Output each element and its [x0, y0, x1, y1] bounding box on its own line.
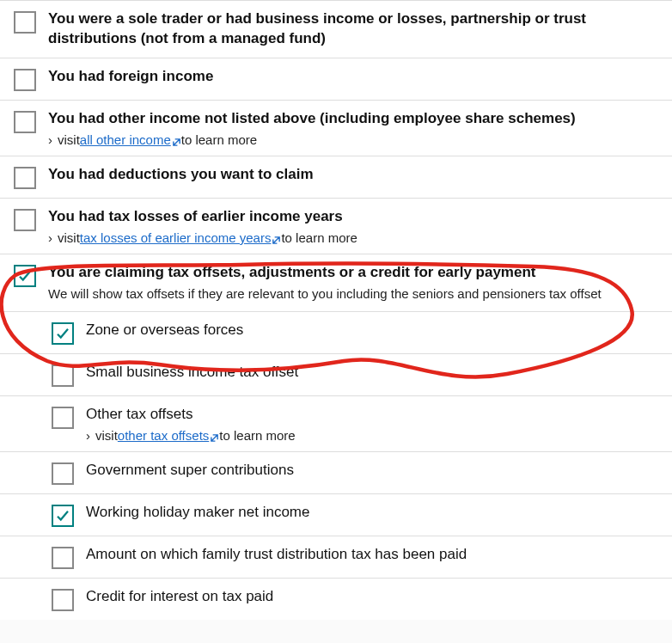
- row-content: Working holiday maker net income: [86, 503, 658, 523]
- row-content: You were a sole trader or had business i…: [48, 9, 658, 49]
- chevron-right-icon: ›: [48, 230, 52, 245]
- row-label: You are claiming tax offsets, adjustment…: [48, 263, 658, 283]
- visit-suffix: to learn more: [181, 132, 257, 147]
- visit-line: ›visit other tax offsets to learn more: [86, 428, 658, 443]
- row-label: You had other income not listed above (i…: [48, 109, 658, 129]
- checkbox-10[interactable]: [52, 505, 74, 527]
- row-label: Amount on which family trust distributio…: [86, 545, 658, 565]
- checklist-row: You had foreign income: [0, 58, 672, 100]
- external-link-icon: [210, 431, 219, 440]
- checkbox-4[interactable]: [14, 209, 36, 231]
- checkbox-8[interactable]: [52, 407, 74, 429]
- checklist-row: Government super contributions: [0, 451, 672, 493]
- row-label: You were a sole trader or had business i…: [48, 9, 658, 49]
- row-content: Credit for interest on tax paid: [86, 587, 658, 607]
- row-label: Other tax offsets: [86, 405, 658, 425]
- row-content: You had tax losses of earlier income yea…: [48, 207, 658, 245]
- checklist-container: You were a sole trader or had business i…: [0, 0, 672, 620]
- row-content: Zone or overseas forces: [86, 321, 658, 340]
- row-label: You had deductions you want to claim: [48, 165, 658, 185]
- external-link-icon: [272, 233, 281, 242]
- checklist-row: You were a sole trader or had business i…: [0, 0, 672, 58]
- checkmark-icon: [55, 326, 70, 341]
- visit-suffix: to learn more: [219, 428, 295, 443]
- external-link-icon: [172, 135, 181, 144]
- row-subtext: We will show tax offsets if they are rel…: [48, 285, 658, 303]
- visit-prefix: visit: [58, 132, 80, 147]
- checkmark-icon: [17, 268, 33, 284]
- checklist-row: Zone or overseas forces: [0, 311, 672, 353]
- visit-suffix: to learn more: [281, 230, 357, 245]
- row-content: Small business income tax offset: [86, 363, 658, 383]
- checklist-row: Small business income tax offset: [0, 353, 672, 395]
- row-label: Credit for interest on tax paid: [86, 587, 658, 607]
- checklist-row: You had tax losses of earlier income yea…: [0, 198, 672, 254]
- row-content: You had other income not listed above (i…: [48, 109, 658, 147]
- row-content: You had foreign income: [48, 67, 658, 87]
- checkbox-11[interactable]: [52, 547, 74, 569]
- visit-prefix: visit: [95, 428, 118, 443]
- row-label: You had tax losses of earlier income yea…: [48, 207, 658, 227]
- checklist-row: You had deductions you want to claim: [0, 156, 672, 198]
- chevron-right-icon: ›: [86, 428, 90, 443]
- row-label: Zone or overseas forces: [86, 321, 658, 340]
- checklist-row: Credit for interest on tax paid: [0, 578, 672, 620]
- checkbox-7[interactable]: [52, 364, 74, 387]
- chevron-right-icon: ›: [48, 132, 52, 147]
- checkbox-5[interactable]: [14, 265, 36, 287]
- checkbox-1[interactable]: [14, 69, 36, 91]
- checkbox-12[interactable]: [52, 589, 74, 611]
- visit-line: ›visit all other income to learn more: [48, 132, 658, 147]
- checklist-row: Amount on which family trust distributio…: [0, 536, 672, 578]
- visit-link[interactable]: other tax offsets: [118, 428, 209, 443]
- checklist-row: Working holiday maker net income: [0, 493, 672, 536]
- row-label: Small business income tax offset: [86, 363, 658, 383]
- visit-link[interactable]: tax losses of earlier income years: [80, 230, 272, 245]
- visit-line: ›visit tax losses of earlier income year…: [48, 230, 658, 245]
- row-content: Amount on which family trust distributio…: [86, 545, 658, 565]
- row-content: You had deductions you want to claim: [48, 165, 658, 185]
- checklist-row: You had other income not listed above (i…: [0, 100, 672, 156]
- checkbox-0[interactable]: [14, 11, 36, 34]
- visit-link[interactable]: all other income: [80, 132, 171, 147]
- row-label: You had foreign income: [48, 67, 658, 87]
- row-label: Working holiday maker net income: [86, 503, 658, 523]
- checkbox-6[interactable]: [52, 322, 74, 345]
- checkmark-icon: [55, 508, 70, 524]
- row-content: Government super contributions: [86, 461, 658, 481]
- checklist-row: You are claiming tax offsets, adjustment…: [0, 254, 672, 311]
- checkbox-3[interactable]: [14, 167, 36, 189]
- row-content: Other tax offsets›visit other tax offset…: [86, 405, 658, 443]
- checkbox-2[interactable]: [14, 111, 36, 133]
- row-content: You are claiming tax offsets, adjustment…: [48, 263, 658, 303]
- visit-prefix: visit: [58, 230, 80, 245]
- checklist-row: Other tax offsets›visit other tax offset…: [0, 395, 672, 451]
- row-label: Government super contributions: [86, 461, 658, 481]
- checkbox-9[interactable]: [52, 462, 74, 485]
